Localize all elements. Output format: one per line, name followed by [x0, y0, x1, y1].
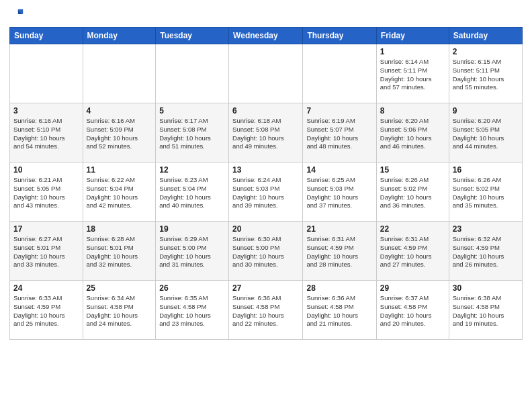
day-number: 30 — [453, 283, 519, 293]
day-number: 4 — [87, 106, 152, 116]
day-info: Sunrise: 6:38 AMSunset: 4:58 PMDaylight:… — [453, 294, 519, 328]
calendar-cell: 23Sunrise: 6:32 AMSunset: 4:59 PMDayligh… — [449, 222, 522, 281]
day-info: Sunrise: 6:15 AMSunset: 5:11 PMDaylight:… — [453, 58, 519, 92]
day-number: 26 — [159, 283, 225, 293]
calendar-cell — [303, 44, 376, 103]
day-number: 8 — [380, 106, 445, 116]
weekday-header-monday: Monday — [83, 28, 156, 44]
calendar-cell: 24Sunrise: 6:33 AMSunset: 4:59 PMDayligh… — [10, 281, 83, 340]
day-number: 23 — [453, 224, 519, 234]
weekday-header-tuesday: Tuesday — [156, 28, 229, 44]
calendar-cell: 30Sunrise: 6:38 AMSunset: 4:58 PMDayligh… — [449, 281, 522, 340]
day-info: Sunrise: 6:33 AMSunset: 4:59 PMDaylight:… — [13, 294, 79, 328]
day-number: 16 — [453, 165, 519, 175]
calendar-cell: 1Sunrise: 6:14 AMSunset: 5:11 PMDaylight… — [376, 44, 449, 103]
calendar-cell: 14Sunrise: 6:25 AMSunset: 5:03 PMDayligh… — [303, 163, 376, 222]
day-number: 28 — [306, 283, 372, 293]
week-row-3: 10Sunrise: 6:21 AMSunset: 5:05 PMDayligh… — [10, 163, 523, 222]
calendar-cell: 16Sunrise: 6:26 AMSunset: 5:02 PMDayligh… — [449, 163, 522, 222]
day-number: 7 — [306, 106, 372, 116]
day-number: 17 — [13, 224, 79, 234]
calendar-cell: 3Sunrise: 6:16 AMSunset: 5:10 PMDaylight… — [10, 103, 83, 163]
calendar-cell: 26Sunrise: 6:35 AMSunset: 4:58 PMDayligh… — [156, 281, 229, 340]
day-info: Sunrise: 6:23 AMSunset: 5:04 PMDaylight:… — [159, 176, 225, 210]
day-info: Sunrise: 6:36 AMSunset: 4:58 PMDaylight:… — [306, 294, 372, 328]
calendar-cell: 4Sunrise: 6:16 AMSunset: 5:09 PMDaylight… — [83, 103, 156, 163]
calendar-cell: 13Sunrise: 6:24 AMSunset: 5:03 PMDayligh… — [229, 163, 303, 222]
week-row-1: 1Sunrise: 6:14 AMSunset: 5:11 PMDaylight… — [10, 44, 523, 103]
day-number: 20 — [232, 224, 299, 234]
calendar-cell — [156, 44, 229, 103]
calendar-table: SundayMondayTuesdayWednesdayThursdayFrid… — [9, 27, 523, 340]
day-info: Sunrise: 6:27 AMSunset: 5:01 PMDaylight:… — [13, 235, 79, 269]
day-info: Sunrise: 6:26 AMSunset: 5:02 PMDaylight:… — [380, 176, 445, 210]
day-number: 14 — [306, 165, 372, 175]
calendar-cell: 5Sunrise: 6:17 AMSunset: 5:08 PMDaylight… — [156, 103, 229, 163]
weekday-header-thursday: Thursday — [303, 28, 376, 44]
day-number: 3 — [13, 106, 79, 116]
day-number: 5 — [159, 106, 225, 116]
day-number: 21 — [306, 224, 372, 234]
header — [9, 7, 523, 21]
calendar-cell — [229, 44, 303, 103]
day-number: 9 — [453, 106, 519, 116]
calendar-cell: 19Sunrise: 6:29 AMSunset: 5:00 PMDayligh… — [156, 222, 229, 281]
weekday-header-sunday: Sunday — [10, 28, 83, 44]
day-info: Sunrise: 6:21 AMSunset: 5:05 PMDaylight:… — [13, 176, 79, 210]
weekday-header-saturday: Saturday — [449, 28, 522, 44]
weekday-header-wednesday: Wednesday — [229, 28, 303, 44]
day-number: 10 — [13, 165, 79, 175]
day-info: Sunrise: 6:31 AMSunset: 4:59 PMDaylight:… — [380, 235, 445, 269]
day-number: 1 — [380, 47, 445, 56]
week-row-5: 24Sunrise: 6:33 AMSunset: 4:59 PMDayligh… — [10, 281, 523, 340]
calendar-cell: 11Sunrise: 6:22 AMSunset: 5:04 PMDayligh… — [83, 163, 156, 222]
calendar-cell: 18Sunrise: 6:28 AMSunset: 5:01 PMDayligh… — [83, 222, 156, 281]
calendar-cell: 22Sunrise: 6:31 AMSunset: 4:59 PMDayligh… — [376, 222, 449, 281]
calendar-cell: 25Sunrise: 6:34 AMSunset: 4:58 PMDayligh… — [83, 281, 156, 340]
day-info: Sunrise: 6:20 AMSunset: 5:06 PMDaylight:… — [380, 117, 445, 151]
day-number: 6 — [232, 106, 299, 116]
calendar-cell: 9Sunrise: 6:20 AMSunset: 5:05 PMDaylight… — [449, 103, 522, 163]
day-number: 13 — [232, 165, 299, 175]
day-info: Sunrise: 6:26 AMSunset: 5:02 PMDaylight:… — [453, 176, 519, 210]
day-info: Sunrise: 6:19 AMSunset: 5:07 PMDaylight:… — [306, 117, 372, 151]
weekday-header-row: SundayMondayTuesdayWednesdayThursdayFrid… — [10, 28, 523, 44]
day-number: 29 — [380, 283, 445, 293]
page: SundayMondayTuesdayWednesdayThursdayFrid… — [0, 0, 532, 411]
weekday-header-friday: Friday — [376, 28, 449, 44]
day-info: Sunrise: 6:36 AMSunset: 4:58 PMDaylight:… — [232, 294, 299, 328]
calendar-cell: 15Sunrise: 6:26 AMSunset: 5:02 PMDayligh… — [376, 163, 449, 222]
day-info: Sunrise: 6:35 AMSunset: 4:58 PMDaylight:… — [159, 294, 225, 328]
day-info: Sunrise: 6:16 AMSunset: 5:10 PMDaylight:… — [13, 117, 79, 151]
calendar-cell: 12Sunrise: 6:23 AMSunset: 5:04 PMDayligh… — [156, 163, 229, 222]
day-number: 18 — [87, 224, 152, 234]
calendar-cell: 28Sunrise: 6:36 AMSunset: 4:58 PMDayligh… — [303, 281, 376, 340]
day-number: 24 — [13, 283, 79, 293]
day-info: Sunrise: 6:28 AMSunset: 5:01 PMDaylight:… — [87, 235, 152, 269]
calendar-cell — [10, 44, 83, 103]
day-info: Sunrise: 6:18 AMSunset: 5:08 PMDaylight:… — [232, 117, 299, 151]
day-number: 19 — [159, 224, 225, 234]
calendar-cell: 20Sunrise: 6:30 AMSunset: 5:00 PMDayligh… — [229, 222, 303, 281]
day-number: 2 — [453, 47, 519, 56]
calendar-cell: 6Sunrise: 6:18 AMSunset: 5:08 PMDaylight… — [229, 103, 303, 163]
calendar-cell: 17Sunrise: 6:27 AMSunset: 5:01 PMDayligh… — [10, 222, 83, 281]
day-info: Sunrise: 6:22 AMSunset: 5:04 PMDaylight:… — [87, 176, 152, 210]
day-info: Sunrise: 6:31 AMSunset: 4:59 PMDaylight:… — [306, 235, 372, 269]
day-number: 11 — [87, 165, 152, 175]
calendar-cell: 29Sunrise: 6:37 AMSunset: 4:58 PMDayligh… — [376, 281, 449, 340]
day-info: Sunrise: 6:29 AMSunset: 5:00 PMDaylight:… — [159, 235, 225, 269]
week-row-2: 3Sunrise: 6:16 AMSunset: 5:10 PMDaylight… — [10, 103, 523, 163]
day-info: Sunrise: 6:32 AMSunset: 4:59 PMDaylight:… — [453, 235, 519, 269]
day-info: Sunrise: 6:25 AMSunset: 5:03 PMDaylight:… — [306, 176, 372, 210]
logo — [9, 7, 26, 21]
day-info: Sunrise: 6:24 AMSunset: 5:03 PMDaylight:… — [232, 176, 299, 210]
day-info: Sunrise: 6:34 AMSunset: 4:58 PMDaylight:… — [87, 294, 152, 328]
calendar-cell: 27Sunrise: 6:36 AMSunset: 4:58 PMDayligh… — [229, 281, 303, 340]
calendar-cell — [83, 44, 156, 103]
calendar-cell: 21Sunrise: 6:31 AMSunset: 4:59 PMDayligh… — [303, 222, 376, 281]
calendar-cell: 8Sunrise: 6:20 AMSunset: 5:06 PMDaylight… — [376, 103, 449, 163]
day-info: Sunrise: 6:17 AMSunset: 5:08 PMDaylight:… — [159, 117, 225, 151]
calendar-cell: 2Sunrise: 6:15 AMSunset: 5:11 PMDaylight… — [449, 44, 522, 103]
day-info: Sunrise: 6:14 AMSunset: 5:11 PMDaylight:… — [380, 58, 445, 92]
